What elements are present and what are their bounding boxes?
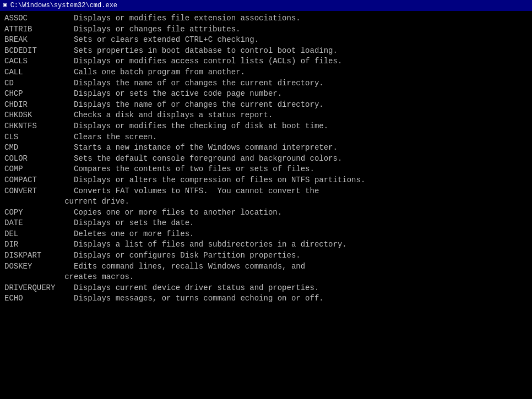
cmd-icon: ▣ <box>3 1 7 9</box>
console-body: ASSOC Displays or modifies file extensio… <box>0 11 532 399</box>
command-list: ASSOC Displays or modifies file extensio… <box>4 13 528 304</box>
title-bar-text: C:\Windows\system32\cmd.exe <box>10 1 117 10</box>
title-bar: ▣ C:\Windows\system32\cmd.exe <box>0 0 532 11</box>
